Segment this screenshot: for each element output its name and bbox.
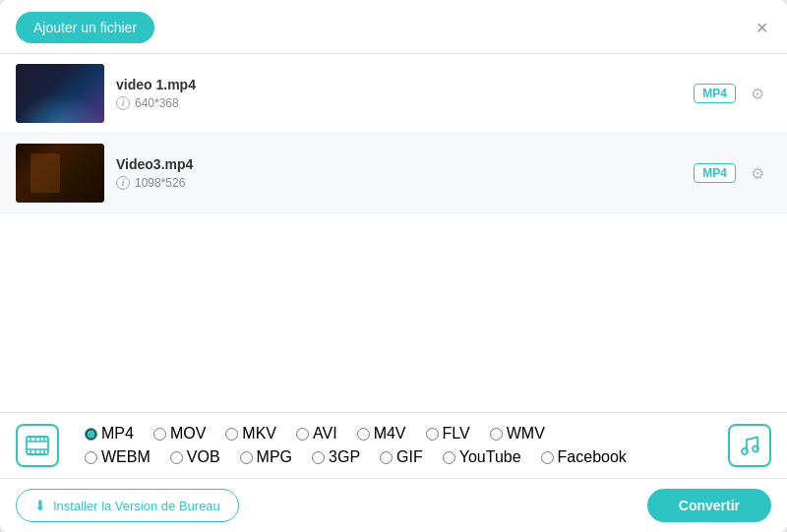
film-strip-icon: [26, 435, 49, 456]
thumbnail-image: [16, 64, 104, 123]
radio-avi[interactable]: AVI: [286, 423, 347, 444]
file-item: Video3.mp4 i 1098*526 MP4 ⚙: [0, 134, 787, 213]
radio-vob[interactable]: VOB: [160, 446, 230, 468]
radio-mp4-label: MP4: [101, 425, 134, 443]
radio-mpg[interactable]: MPG: [230, 446, 302, 468]
radio-mkv-label: MKV: [242, 425, 276, 443]
radio-mov-input[interactable]: [153, 428, 166, 441]
audio-format-icon[interactable]: [728, 424, 771, 467]
radio-3gp-label: 3GP: [329, 448, 360, 466]
radio-3gp-input[interactable]: [312, 451, 325, 464]
radio-wmv[interactable]: WMV: [480, 423, 555, 444]
radio-gif[interactable]: GIF: [370, 446, 433, 468]
radio-webm[interactable]: WEBM: [75, 446, 160, 468]
file-list: video 1.mp4 i 640*368 MP4 ⚙ Video3.mp4 i…: [0, 54, 787, 412]
file-meta: i 640*368: [116, 96, 682, 110]
install-label: Installer la Version de Bureau: [53, 499, 220, 513]
file-info: Video3.mp4 i 1098*526: [116, 156, 682, 190]
radio-mov-label: MOV: [170, 425, 206, 443]
file-actions: MP4 ⚙: [694, 80, 771, 107]
radio-m4v[interactable]: M4V: [347, 423, 416, 444]
radio-youtube[interactable]: YouTube: [433, 446, 531, 468]
file-thumbnail: [16, 144, 104, 203]
radio-youtube-input[interactable]: [443, 451, 455, 464]
file-thumbnail: [16, 64, 104, 123]
file-name: Video3.mp4: [116, 156, 682, 172]
radio-avi-input[interactable]: [296, 428, 309, 441]
convert-button[interactable]: Convertir: [647, 489, 771, 522]
radio-gif-label: GIF: [396, 448, 423, 466]
radio-avi-label: AVI: [313, 425, 337, 443]
add-file-button[interactable]: Ajouter un fichier: [16, 12, 154, 43]
bottom-bar: MP4 MOV MKV AVI: [0, 412, 787, 532]
radio-mpg-label: MPG: [257, 448, 292, 466]
download-icon: ⬇: [34, 498, 46, 513]
format-badge[interactable]: MP4: [694, 163, 736, 183]
radio-wmv-label: WMV: [507, 425, 545, 443]
app-window: Ajouter un fichier ✕ video 1.mp4 i 640*3…: [0, 0, 787, 532]
radio-mkv[interactable]: MKV: [215, 423, 286, 444]
format-badge[interactable]: MP4: [694, 84, 736, 103]
file-name: video 1.mp4: [116, 77, 682, 92]
file-actions: MP4 ⚙: [694, 159, 771, 187]
radio-gif-input[interactable]: [380, 451, 393, 464]
title-bar: Ajouter un fichier ✕: [0, 0, 787, 43]
radio-3gp[interactable]: 3GP: [302, 446, 370, 468]
radio-m4v-label: M4V: [374, 425, 406, 443]
radio-flv-input[interactable]: [426, 428, 439, 441]
video-format-icon[interactable]: [16, 424, 59, 467]
radio-mkv-input[interactable]: [225, 428, 238, 441]
radio-webm-label: WEBM: [101, 448, 151, 466]
radio-facebook-input[interactable]: [541, 451, 554, 464]
action-bar: ⬇ Installer la Version de Bureau Convert…: [0, 478, 787, 532]
radio-flv[interactable]: FLV: [416, 423, 480, 444]
settings-button[interactable]: ⚙: [744, 80, 771, 107]
file-item: video 1.mp4 i 640*368 MP4 ⚙: [0, 54, 787, 134]
radio-mpg-input[interactable]: [240, 451, 253, 464]
radio-mp4[interactable]: MP4: [75, 423, 144, 444]
close-button[interactable]: ✕: [752, 18, 771, 37]
radio-facebook-label: Facebook: [558, 448, 627, 466]
radio-vob-input[interactable]: [170, 451, 183, 464]
install-button[interactable]: ⬇ Installer la Version de Bureau: [16, 489, 239, 522]
file-resolution: 1098*526: [135, 176, 185, 190]
radio-mp4-input[interactable]: [85, 428, 97, 441]
settings-button[interactable]: ⚙: [744, 159, 771, 187]
music-note-icon: [740, 435, 759, 456]
thumbnail-image: [16, 144, 104, 203]
format-options: MP4 MOV MKV AVI: [0, 413, 787, 478]
file-resolution: 640*368: [135, 96, 179, 110]
radio-webm-input[interactable]: [85, 451, 97, 464]
radio-facebook[interactable]: Facebook: [531, 446, 636, 468]
radio-flv-label: FLV: [443, 425, 470, 443]
radio-youtube-label: YouTube: [459, 448, 521, 466]
radio-m4v-input[interactable]: [357, 428, 370, 441]
file-meta: i 1098*526: [116, 176, 682, 190]
radio-vob-label: VOB: [187, 448, 220, 466]
info-icon: i: [116, 96, 130, 110]
file-info: video 1.mp4 i 640*368: [116, 77, 682, 110]
info-icon: i: [116, 176, 130, 190]
radio-wmv-input[interactable]: [490, 428, 503, 441]
radio-mov[interactable]: MOV: [144, 423, 215, 444]
